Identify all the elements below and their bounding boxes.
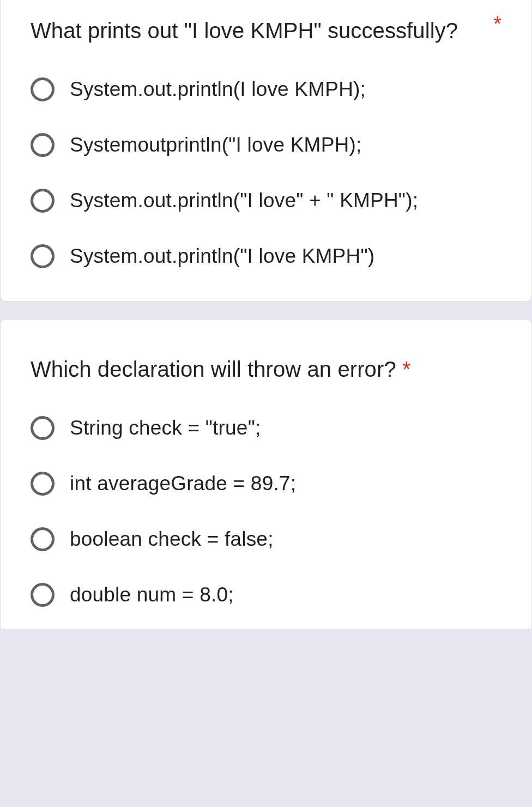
options-group-1: System.out.println(I love KMPH); Systemo… — [31, 77, 501, 268]
option-label: System.out.println("I love KMPH") — [70, 245, 374, 268]
radio-icon — [31, 583, 55, 607]
question-text-2: Which declaration will throw an error? * — [31, 352, 501, 386]
option-label: Systemoutprintln("I love KMPH); — [70, 134, 361, 156]
radio-icon — [31, 527, 55, 551]
radio-option[interactable]: System.out.println("I love KMPH") — [31, 244, 501, 268]
question-header-1: What prints out "I love KMPH" successful… — [31, 14, 501, 47]
radio-option[interactable]: String check = "true"; — [31, 416, 501, 440]
option-label: System.out.println(I love KMPH); — [70, 78, 366, 101]
option-label: String check = "true"; — [70, 417, 261, 439]
question-text-span: Which declaration will throw an error? — [31, 357, 402, 381]
form-container: What prints out "I love KMPH" successful… — [0, 0, 532, 807]
radio-icon — [31, 244, 55, 268]
radio-option[interactable]: double num = 8.0; — [31, 583, 501, 607]
radio-icon — [31, 416, 55, 440]
option-label: boolean check = false; — [70, 528, 274, 551]
question-text-1: What prints out "I love KMPH" successful… — [31, 14, 488, 47]
radio-option[interactable]: System.out.println(I love KMPH); — [31, 77, 501, 101]
required-asterisk-1: * — [493, 14, 501, 34]
question-header-2: Which declaration will throw an error? * — [31, 352, 501, 386]
question-card-2: Which declaration will throw an error? *… — [0, 319, 532, 629]
radio-icon — [31, 472, 55, 496]
options-group-2: String check = "true"; int averageGrade … — [31, 416, 501, 607]
radio-option[interactable]: int averageGrade = 89.7; — [31, 472, 501, 496]
option-label: int averageGrade = 89.7; — [70, 472, 296, 495]
radio-option[interactable]: System.out.println("I love" + " KMPH"); — [31, 189, 501, 213]
radio-icon — [31, 189, 55, 213]
required-asterisk-2: * — [402, 357, 411, 381]
radio-icon — [31, 77, 55, 101]
option-label: double num = 8.0; — [70, 583, 234, 606]
question-card-1: What prints out "I love KMPH" successful… — [0, 0, 532, 302]
radio-icon — [31, 133, 55, 157]
option-label: System.out.println("I love" + " KMPH"); — [70, 189, 418, 212]
radio-option[interactable]: boolean check = false; — [31, 527, 501, 551]
radio-option[interactable]: Systemoutprintln("I love KMPH); — [31, 133, 501, 157]
